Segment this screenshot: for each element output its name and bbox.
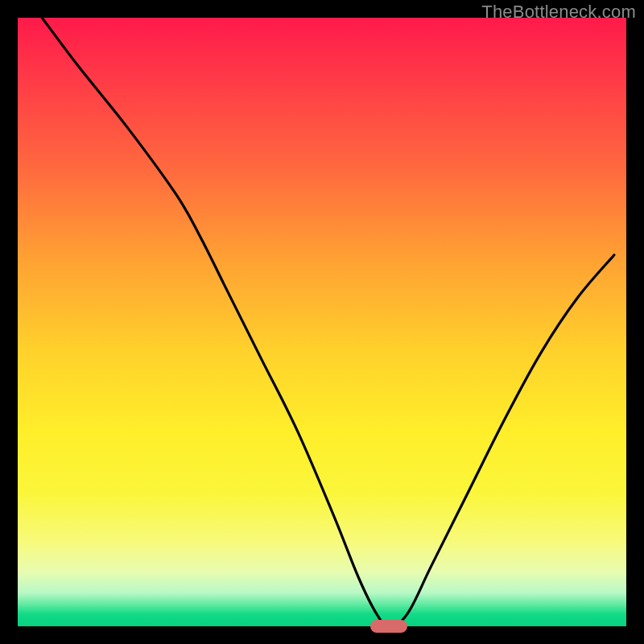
minimum-marker	[370, 620, 407, 632]
chart-frame: TheBottleneck.com	[0, 0, 644, 644]
bottleneck-curve	[42, 18, 614, 626]
plot-area	[18, 18, 626, 626]
curve-svg	[18, 18, 626, 626]
